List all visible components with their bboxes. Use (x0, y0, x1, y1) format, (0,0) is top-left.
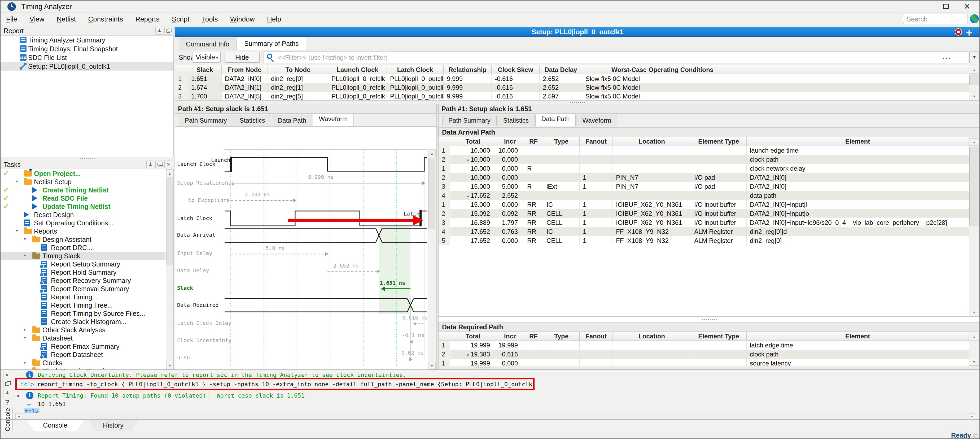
task-item[interactable]: Report Removal Summary (0, 284, 165, 293)
required-table-row[interactable]: 1 19.999 0.000 source latency (439, 359, 969, 366)
pin-icon[interactable] (155, 27, 163, 35)
task-expander-icon[interactable]: ▸ (24, 360, 26, 365)
task-item[interactable]: Report Setup Summary (0, 260, 165, 268)
menu-item[interactable]: Reports (130, 13, 165, 26)
document-titlebar[interactable]: Setup: PLL0|iopll_0_outclk1 + (175, 27, 980, 37)
menu-item[interactable]: Help (261, 13, 286, 26)
arrival-table-row[interactable]: 3 16.889 1.797 RR CELL 1 IOIBUF_X62_Y0_N… (439, 218, 969, 227)
search-input[interactable] (903, 14, 968, 24)
column-header-rf[interactable]: RF (524, 332, 543, 341)
report-tree-item[interactable]: SDC File List (0, 53, 173, 62)
column-header-incr[interactable]: Incr (496, 332, 524, 341)
horizontal-splitter[interactable] (175, 101, 980, 104)
resize-grip[interactable] (973, 433, 978, 438)
waveform-scrollbar[interactable]: ▴ ▾ (428, 149, 436, 369)
column-header-from-node[interactable]: From Node (222, 65, 268, 74)
column-header-to-node[interactable]: To Node (268, 65, 328, 74)
task-expander-icon[interactable]: ▾ (24, 253, 26, 258)
arrival-table-row[interactable]: 1 10.000 0.000 R clock network delay (439, 164, 969, 173)
pane-tab[interactable]: Data Path (535, 113, 576, 126)
filter-input[interactable]: <<Filter>> (use !<string> to invert filt… (264, 51, 969, 63)
column-header-element-type[interactable]: Element Type (691, 137, 747, 146)
column-header-data-delay[interactable]: Data Delay (539, 65, 582, 74)
scroll-up-icon[interactable]: ▴ (969, 333, 979, 340)
task-item[interactable]: Report Datasheet (0, 350, 165, 359)
pane-tab[interactable]: Statistics (234, 115, 271, 126)
scroll-left-icon[interactable]: ◂ (16, 413, 22, 419)
task-item[interactable]: Report Fmax Summary (0, 342, 165, 350)
pane-divider[interactable] (436, 104, 439, 369)
pin-icon[interactable] (3, 389, 11, 397)
task-item[interactable]: Report Timing... (0, 293, 165, 301)
pane-tab[interactable]: Statistics (497, 115, 535, 126)
scroll-up-icon[interactable]: ▴ (428, 150, 436, 157)
task-item[interactable]: ✓ Update Timing Netlist (0, 202, 165, 211)
task-item[interactable]: Set Operating Conditions... (0, 219, 165, 227)
report-tree-item[interactable]: Setup: PLL0|iopll_0_outclk1 (0, 62, 173, 70)
scroll-down-icon[interactable]: ▾ (969, 358, 979, 366)
task-item[interactable]: Report Hold Summary (0, 268, 165, 276)
panel-splitter[interactable] (0, 157, 175, 160)
task-item[interactable]: Create Slack Histogram... (0, 318, 165, 326)
column-header-incr[interactable]: Incr (496, 137, 524, 146)
column-header-element[interactable]: Element (747, 332, 969, 341)
arrival-table-row[interactable]: 4 ▾17.652 2.652 data path (439, 191, 969, 200)
scroll-down-icon[interactable]: ▾ (969, 93, 979, 100)
column-header-worst-case[interactable]: Worst-Case Operating Conditions (582, 65, 743, 74)
maximize-button[interactable] (936, 1, 956, 12)
summary-table-row[interactable]: 2 1.674 DATA2_IN[1] din2_reg[1] PLL0|iop… (175, 83, 969, 92)
task-item[interactable]: ▾ Netlist Setup (0, 177, 165, 186)
close-button[interactable]: × (957, 1, 977, 12)
tcl-command[interactable]: report_timing -to_clock { PLL0|iopll_0_o… (37, 381, 535, 388)
scroll-right-icon[interactable]: ▸ (969, 413, 975, 419)
task-expander-icon[interactable]: ▾ (24, 236, 26, 241)
task-item[interactable]: ▾ Reports (0, 227, 165, 235)
column-header-location[interactable]: Location (613, 332, 691, 341)
column-header-location[interactable]: Location (613, 137, 691, 146)
column-header-fanout[interactable]: Fanout (580, 137, 613, 146)
column-header-latch-clock[interactable]: Latch Clock (387, 65, 444, 74)
scroll-up-icon[interactable]: ▴ (969, 66, 979, 73)
scroll-up-icon[interactable]: ▴ (166, 169, 173, 177)
menu-item[interactable]: Netlist (51, 13, 81, 26)
task-item[interactable]: ▸ Clock Domain Crossings (0, 367, 165, 369)
report-tree-item[interactable]: Timing Analyzer Summary (0, 35, 173, 44)
tab-console[interactable]: Console (26, 420, 84, 431)
close-icon[interactable]: × (3, 371, 11, 379)
target-icon[interactable] (955, 29, 962, 35)
task-item[interactable]: Report Recovery Summary (0, 276, 165, 284)
pane-tab[interactable]: Path Summary (442, 115, 496, 126)
task-item[interactable]: Report Timing by Source Files... (0, 309, 165, 318)
task-item[interactable]: ✓ Read SDC File (0, 194, 165, 202)
arrival-table-row[interactable]: 4 17.652 0.763 RR IC 1 FF_X108_Y9_N32 AL… (439, 227, 969, 236)
required-hscrollbar[interactable] (439, 366, 980, 369)
tab-history[interactable]: History (88, 420, 138, 431)
column-header-element[interactable]: Element (747, 137, 969, 146)
column-header[interactable] (175, 65, 188, 74)
close-icon[interactable]: × (164, 161, 172, 168)
document-tab[interactable]: Command Info (179, 38, 237, 49)
task-item[interactable]: ▸ Other Slack Analyses (0, 326, 165, 334)
menu-item[interactable]: Window (224, 13, 260, 26)
column-header-fanout[interactable]: Fanout (580, 332, 613, 341)
task-item[interactable]: ✓ Open Project... (0, 169, 165, 177)
globe-icon[interactable] (970, 14, 979, 23)
task-expander-icon[interactable]: ▾ (16, 228, 18, 233)
summary-table-scrollbar[interactable]: ▴ ▾ (969, 66, 980, 101)
scroll-down-icon[interactable]: ▾ (428, 362, 436, 369)
float-icon[interactable] (164, 27, 172, 35)
help-icon[interactable]: ? (3, 398, 11, 406)
arrival-table-row[interactable]: 5 17.652 0.000 RR CELL 1 FF_X108_Y9_N32 … (439, 236, 969, 245)
float-icon[interactable] (3, 380, 11, 388)
column-header-type[interactable]: Type (543, 332, 580, 341)
column-header-total[interactable]: Total (450, 137, 496, 146)
task-expander-icon[interactable]: ▾ (24, 335, 26, 340)
menu-item[interactable]: View (24, 13, 50, 26)
task-item[interactable]: ▾ Timing Slack (0, 252, 165, 260)
task-item[interactable]: ✓ Create Timing Netlist (0, 186, 165, 194)
scroll-down-icon[interactable]: ▾ (166, 362, 173, 369)
required-table-row[interactable]: 2 ▾19.383 -0.616 clock path (439, 350, 969, 359)
arrival-table-row[interactable]: 2 10.000 0.000 1 PIN_N7 I/O pad DATA2_IN… (439, 173, 969, 182)
report-tree-item[interactable]: Timing Delays: Final Snapshot (0, 44, 173, 53)
console-hscrollbar[interactable]: ◂ ▸ (15, 413, 975, 419)
